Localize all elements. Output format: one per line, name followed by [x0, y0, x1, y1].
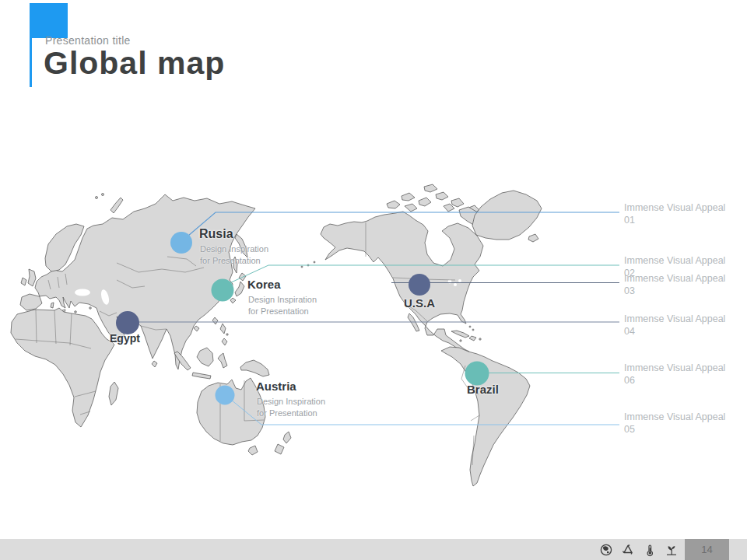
- landmass-africa: [11, 308, 114, 427]
- page-number: 14: [701, 544, 712, 555]
- marker-egypt-label: Egypt: [110, 332, 140, 345]
- callout-number: 06: [624, 374, 745, 387]
- plant-icon: [665, 543, 679, 557]
- callout-title: Immense Visual Appeal: [624, 362, 745, 374]
- landmass-greenland: [472, 191, 542, 240]
- recycle-icon: [621, 543, 635, 557]
- marker-korea-label: Korea: [247, 278, 281, 291]
- callout-title: Immense Visual Appeal: [624, 313, 745, 325]
- marker-rusia-desc: Design Inspiration for Presentation: [200, 243, 268, 267]
- callout-number: 03: [624, 285, 745, 297]
- marker-brazil-dot: [465, 362, 489, 386]
- callout-number: 04: [624, 325, 745, 338]
- marker-brazil-label: Brazil: [467, 383, 499, 396]
- thermometer-icon: [643, 543, 657, 557]
- callout-title: Immense Visual Appeal: [624, 272, 745, 285]
- marker-austria-label: Austria: [256, 380, 296, 393]
- globe-icon: [599, 543, 613, 557]
- marker-korea-desc: Design Inspiration for Presentation: [248, 294, 317, 317]
- callout-title: Immense Visual Appeal: [624, 254, 745, 267]
- marker-rusia-label: Rusia: [199, 227, 233, 241]
- marker-korea-dot: [212, 279, 234, 302]
- marker-rusia-dot: [170, 232, 192, 254]
- callout-number: 01: [624, 214, 745, 226]
- callout-number: 05: [624, 423, 745, 436]
- marker-austria-dot: [216, 386, 235, 405]
- page-number-box: 14: [685, 539, 729, 560]
- footer-icons: [599, 539, 679, 560]
- marker-austria-desc: Design Inspiration for Presentation: [257, 396, 325, 419]
- marker-usa-label: U.S.A: [404, 296, 435, 310]
- callout-title: Immense Visual Appeal: [624, 411, 745, 423]
- slide: Presentation title Global map: [0, 0, 747, 560]
- callout-item-06: Immense Visual Appeal 06: [624, 362, 745, 387]
- callout-item-01: Immense Visual Appeal 01: [624, 201, 745, 226]
- callout-title: Immense Visual Appeal: [624, 201, 745, 214]
- marker-egypt-dot: [116, 311, 139, 334]
- callout-item-04: Immense Visual Appeal 04: [624, 313, 745, 338]
- callout-item-03: Immense Visual Appeal 03: [624, 272, 745, 297]
- callout-item-05: Immense Visual Appeal 05: [624, 411, 745, 436]
- marker-usa-dot: [409, 274, 430, 296]
